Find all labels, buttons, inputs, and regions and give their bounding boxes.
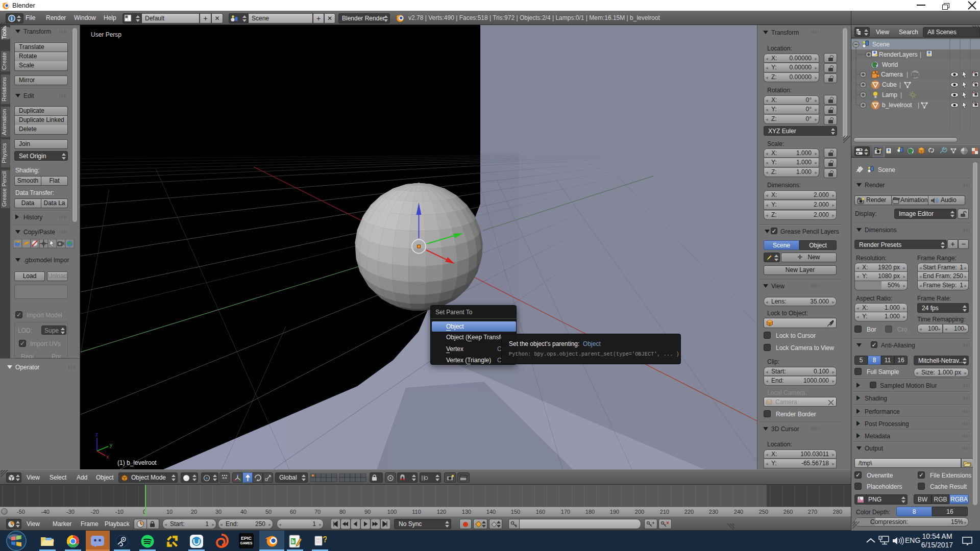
svg-text:(1) b_levelroot: (1) b_levelroot — [117, 459, 157, 466]
svg-text:y: y — [110, 442, 112, 448]
svg-text:i: i — [11, 16, 13, 21]
svg-text:GAMES: GAMES — [240, 541, 253, 545]
svg-text:z: z — [95, 432, 98, 437]
svg-text:x: x — [106, 454, 109, 460]
svg-text:EPIC: EPIC — [241, 536, 252, 541]
svg-text:?: ? — [323, 535, 327, 544]
svg-text:User Persp: User Persp — [91, 31, 121, 38]
